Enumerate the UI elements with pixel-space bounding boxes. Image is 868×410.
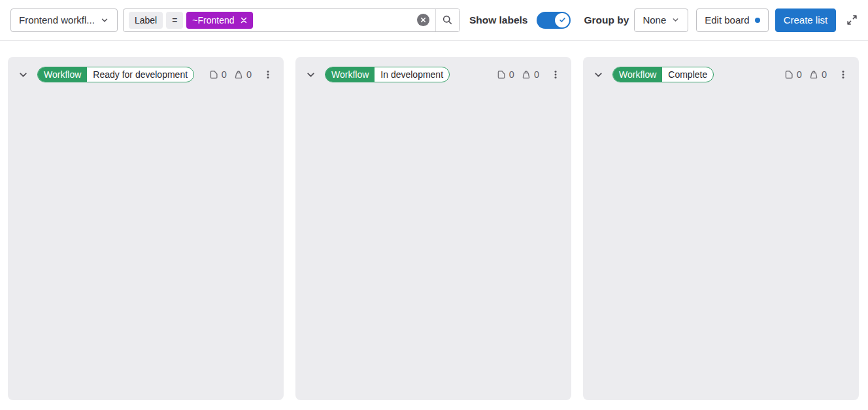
issue-count: 0 — [209, 69, 227, 80]
filtered-search-bar: Label = ~Frontend — [123, 9, 460, 32]
column-header: Workflow Ready for development 0 0 — [8, 57, 284, 82]
column-counts: 0 0 — [784, 69, 827, 80]
clear-search-icon[interactable] — [417, 14, 429, 26]
filter-search-input[interactable] — [256, 9, 414, 31]
chevron-down-icon — [671, 16, 680, 24]
column-card-area — [295, 82, 571, 400]
scoped-label: Workflow Ready for development — [37, 67, 194, 82]
issue-count-value: 0 — [222, 69, 227, 80]
search-icon — [442, 14, 453, 26]
edit-board-notification-dot — [755, 18, 760, 23]
issue-count: 0 — [784, 69, 802, 80]
issues-icon — [209, 69, 219, 80]
label-scope: Workflow — [38, 67, 87, 82]
label-title: Ready for development — [87, 67, 193, 82]
issue-count-value: 0 — [797, 69, 802, 80]
collapse-column-icon[interactable] — [305, 69, 316, 80]
column-menu-icon[interactable] — [549, 68, 562, 81]
weight-count: 0 — [809, 69, 827, 80]
create-list-button[interactable]: Create list — [775, 9, 837, 32]
create-list-label: Create list — [784, 14, 828, 26]
show-labels-label: Show labels — [469, 14, 528, 26]
filter-token-value[interactable]: ~Frontend — [186, 12, 252, 29]
board-column: Workflow In development 0 0 — [295, 57, 571, 400]
edit-board-label: Edit board — [705, 14, 749, 26]
token-remove-icon[interactable] — [239, 16, 248, 25]
board-toolbar: Frontend workfl... Label = ~Frontend Sho — [0, 0, 868, 41]
issues-icon — [496, 69, 507, 80]
edit-board-button[interactable]: Edit board — [696, 9, 768, 32]
weight-count: 0 — [233, 69, 252, 80]
filter-token-key[interactable]: Label — [129, 12, 163, 29]
group-by-value: None — [643, 14, 666, 26]
filter-token-group: Label = ~Frontend — [124, 9, 414, 31]
label-title: Complete — [662, 67, 713, 82]
scoped-label: Workflow Complete — [612, 67, 714, 82]
expand-icon — [846, 14, 858, 26]
weight-count-value: 0 — [534, 69, 539, 80]
issue-count: 0 — [496, 69, 514, 80]
column-header: Workflow In development 0 0 — [295, 57, 571, 82]
column-header: Workflow Complete 0 0 — [583, 57, 859, 82]
label-scope: Workflow — [613, 67, 662, 82]
column-card-area — [8, 82, 284, 400]
weight-count-value: 0 — [822, 69, 827, 80]
issue-board: Workflow Ready for development 0 0 — [0, 41, 868, 400]
column-counts: 0 0 — [209, 69, 252, 80]
board-switcher-label: Frontend workfl... — [19, 14, 95, 26]
collapse-column-icon[interactable] — [18, 69, 29, 80]
chevron-down-icon — [100, 16, 109, 25]
column-menu-icon[interactable] — [837, 68, 850, 81]
weight-count-value: 0 — [246, 69, 252, 80]
label-title: In development — [375, 67, 449, 82]
weight-icon — [233, 69, 244, 80]
label-scope: Workflow — [326, 67, 375, 82]
board-column: Workflow Ready for development 0 0 — [8, 57, 284, 400]
board-column: Workflow Complete 0 0 — [583, 57, 859, 400]
weight-icon — [521, 69, 531, 80]
column-card-area — [583, 82, 859, 400]
toggle-check-icon — [555, 13, 569, 27]
group-by-dropdown[interactable]: None — [634, 9, 688, 32]
board-switcher-dropdown[interactable]: Frontend workfl... — [10, 9, 118, 32]
scoped-label: Workflow In development — [325, 67, 450, 82]
issue-count-value: 0 — [509, 69, 514, 80]
issues-icon — [784, 69, 794, 80]
show-labels-toggle[interactable] — [537, 12, 571, 29]
filter-token-operator[interactable]: = — [166, 12, 183, 29]
search-submit-button[interactable] — [435, 9, 459, 31]
weight-count: 0 — [521, 69, 539, 80]
filter-token-value-label: ~Frontend — [192, 15, 234, 26]
weight-icon — [809, 69, 819, 80]
group-by-label: Group by — [584, 14, 629, 26]
column-menu-icon[interactable] — [261, 68, 275, 81]
fullscreen-button[interactable] — [844, 12, 860, 28]
collapse-column-icon[interactable] — [593, 69, 604, 80]
column-counts: 0 0 — [496, 69, 539, 80]
